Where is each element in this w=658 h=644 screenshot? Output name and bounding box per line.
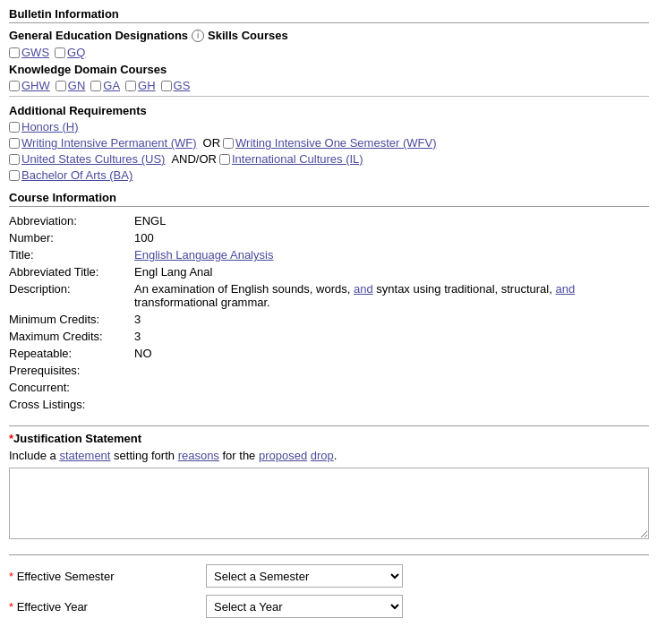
desc-highlight-and1: and: [354, 282, 373, 296]
gh-checkbox[interactable]: [125, 81, 136, 91]
ga-checkbox[interactable]: [90, 81, 101, 91]
gn-label[interactable]: GN: [68, 79, 86, 92]
table-row: Title: English Language Analysis: [9, 246, 649, 263]
course-info-section: Course Information Abbreviation: ENGL Nu…: [9, 191, 649, 413]
cross-listings-value: [134, 396, 649, 413]
table-row: Abbreviated Title: Engl Lang Anal: [9, 263, 649, 280]
us-label[interactable]: United States Cultures (US): [21, 152, 165, 166]
gws-label[interactable]: GWS: [21, 46, 49, 59]
gs-checkbox[interactable]: [161, 81, 172, 91]
abbrev-title-label: Abbreviated Title:: [9, 263, 134, 280]
cultures-row: United States Cultures (US) AND/OR Inter…: [9, 152, 649, 166]
justification-title: Justification Statement: [13, 432, 141, 445]
checkbox-il[interactable]: International Cultures (IL): [219, 152, 363, 166]
drop-highlight: drop: [311, 449, 334, 462]
skills-label: Skills Courses: [208, 29, 288, 42]
honors-checkbox[interactable]: [9, 122, 20, 133]
checkbox-ga[interactable]: GA: [90, 79, 120, 92]
table-row: Cross Listings:: [9, 396, 649, 413]
gen-ed-row: General Education Designations i Skills …: [9, 29, 649, 42]
writing-row: Writing Intensive Permanent (WF) OR Writ…: [9, 136, 649, 150]
checkbox-honors[interactable]: Honors (H): [9, 120, 79, 133]
min-credits-value: 3: [134, 311, 649, 328]
max-credits-value: 3: [134, 328, 649, 345]
checkbox-wf[interactable]: Writing Intensive Permanent (WF): [9, 136, 197, 150]
effective-year-label: * Effective Year: [9, 600, 206, 614]
honors-row: Honors (H): [9, 120, 649, 133]
gq-checkbox[interactable]: [55, 47, 65, 58]
wfv-label[interactable]: Writing Intensive One Semester (WFV): [235, 136, 436, 150]
checkbox-us[interactable]: United States Cultures (US): [9, 152, 165, 166]
repeatable-label: Repeatable:: [9, 345, 134, 362]
gws-checkbox[interactable]: [9, 47, 20, 58]
course-table: Abbreviation: ENGL Number: 100 Title: En…: [9, 212, 649, 413]
min-credits-label: Minimum Credits:: [9, 311, 134, 328]
il-checkbox[interactable]: [219, 154, 230, 165]
us-checkbox[interactable]: [9, 154, 20, 165]
knowledge-checkbox-group: GHW GN GA GH GS: [9, 79, 649, 92]
table-row: Description: An examination of English s…: [9, 280, 649, 311]
ba-checkbox[interactable]: [9, 170, 20, 181]
desc-value: An examination of English sounds, words,…: [134, 280, 649, 311]
table-row: Minimum Credits: 3: [9, 311, 649, 328]
year-required-star: *: [9, 600, 13, 614]
wf-checkbox[interactable]: [9, 138, 20, 149]
checkbox-gws[interactable]: GWS: [9, 46, 49, 59]
reasons-highlight: reasons: [178, 449, 219, 462]
prereq-label: Prerequisites:: [9, 362, 134, 379]
table-row: Prerequisites:: [9, 362, 649, 379]
gen-ed-label: General Education Designations: [9, 29, 188, 42]
ba-row: Bachelor Of Arts (BA): [9, 168, 649, 182]
info-icon[interactable]: i: [192, 30, 204, 42]
gs-label[interactable]: GS: [174, 79, 191, 92]
checkbox-ghw[interactable]: GHW: [9, 79, 50, 92]
course-info-header: Course Information: [9, 191, 649, 207]
cross-listings-label: Cross Listings:: [9, 396, 134, 413]
effective-year-select[interactable]: Select a Year 2020 2021 2022 2023 2024 2…: [206, 595, 403, 618]
table-row: Repeatable: NO: [9, 345, 649, 362]
gn-checkbox[interactable]: [56, 81, 66, 91]
concurrent-value: [134, 379, 649, 396]
statement-highlight: statement: [59, 449, 110, 462]
justification-desc: Include a statement setting forth reason…: [9, 449, 649, 462]
checkbox-gn[interactable]: GN: [56, 79, 86, 92]
gq-label[interactable]: GQ: [67, 46, 85, 59]
wfv-checkbox[interactable]: [223, 138, 234, 149]
table-row: Maximum Credits: 3: [9, 328, 649, 345]
justification-textarea[interactable]: [9, 468, 649, 539]
desc-label: Description:: [9, 280, 134, 311]
number-label: Number:: [9, 229, 134, 246]
table-row: Abbreviation: ENGL: [9, 212, 649, 229]
bulletin-section: Bulletin Information General Education D…: [9, 7, 649, 182]
ghw-checkbox[interactable]: [9, 81, 20, 91]
title-value[interactable]: English Language Analysis: [134, 246, 649, 263]
max-credits-label: Maximum Credits:: [9, 328, 134, 345]
effective-semester-select[interactable]: Select a Semester Spring Summer Fall: [206, 564, 403, 588]
gh-label[interactable]: GH: [138, 79, 156, 92]
wf-label[interactable]: Writing Intensive Permanent (WF): [21, 136, 197, 150]
or-text: OR: [203, 136, 221, 150]
table-row: Number: 100: [9, 229, 649, 246]
checkbox-gh[interactable]: GH: [125, 79, 156, 92]
checkbox-wfv[interactable]: Writing Intensive One Semester (WFV): [223, 136, 436, 150]
additional-req-block: Additional Requirements Honors (H) Writi…: [9, 96, 649, 182]
il-label[interactable]: International Cultures (IL): [232, 152, 363, 166]
ga-label[interactable]: GA: [103, 79, 120, 92]
effective-semester-row: * Effective Semester Select a Semester S…: [9, 564, 649, 588]
abbrev-value: ENGL: [134, 212, 649, 229]
honors-label[interactable]: Honors (H): [21, 120, 79, 133]
effective-section: * Effective Semester Select a Semester S…: [9, 554, 649, 618]
checkbox-gs[interactable]: GS: [161, 79, 191, 92]
checkbox-gq[interactable]: GQ: [55, 46, 85, 59]
semester-required-star: *: [9, 570, 13, 583]
table-row: Concurrent:: [9, 379, 649, 396]
justification-header: *Justification Statement: [9, 432, 649, 445]
ba-label[interactable]: Bachelor Of Arts (BA): [21, 168, 132, 182]
title-label: Title:: [9, 246, 134, 263]
skills-checkbox-group: GWS GQ: [9, 46, 649, 59]
desc-highlight-and2: and: [555, 282, 575, 296]
checkbox-ba[interactable]: Bachelor Of Arts (BA): [9, 168, 132, 182]
ghw-label[interactable]: GHW: [21, 79, 50, 92]
abbrev-title-value: Engl Lang Anal: [134, 263, 649, 280]
title-link[interactable]: English Language Analysis: [134, 248, 273, 262]
